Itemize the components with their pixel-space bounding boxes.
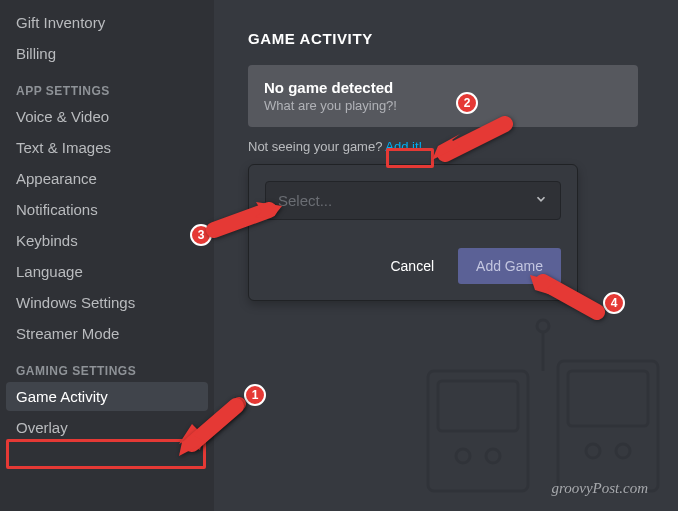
sidebar-item-game-activity[interactable]: Game Activity [6, 382, 208, 411]
svg-point-2 [456, 449, 470, 463]
sidebar-item-billing[interactable]: Billing [6, 39, 208, 68]
not-seeing-text: Not seeing your game? Add it! [248, 139, 658, 154]
add-game-button[interactable]: Add Game [458, 248, 561, 284]
game-select-dropdown[interactable]: Select... [265, 181, 561, 220]
sidebar-item-overlay[interactable]: Overlay [6, 413, 208, 442]
svg-rect-4 [558, 361, 658, 491]
page-title: GAME ACTIVITY [248, 30, 658, 47]
sidebar-item-streamer-mode[interactable]: Streamer Mode [6, 319, 208, 348]
sidebar-item-voice-video[interactable]: Voice & Video [6, 102, 208, 131]
sidebar-item-language[interactable]: Language [6, 257, 208, 286]
svg-point-6 [586, 444, 600, 458]
sidebar-item-keybinds[interactable]: Keybinds [6, 226, 208, 255]
detect-subtitle: What are you playing?! [264, 98, 622, 113]
cancel-button[interactable]: Cancel [376, 248, 448, 284]
select-placeholder: Select... [278, 192, 332, 209]
button-row: Cancel Add Game [265, 248, 561, 284]
svg-rect-5 [568, 371, 648, 426]
sidebar-header-gaming: GAMING SETTINGS [6, 350, 208, 382]
sidebar-item-text-images[interactable]: Text & Images [6, 133, 208, 162]
svg-point-3 [486, 449, 500, 463]
svg-point-7 [616, 444, 630, 458]
svg-point-9 [537, 320, 549, 332]
add-it-link[interactable]: Add it! [385, 139, 422, 154]
main-content: GAME ACTIVITY No game detected What are … [214, 0, 678, 511]
chevron-down-icon [534, 192, 548, 209]
sidebar-header-app: APP SETTINGS [6, 70, 208, 102]
svg-rect-1 [438, 381, 518, 431]
sidebar-item-appearance[interactable]: Appearance [6, 164, 208, 193]
add-game-panel: Select... Cancel Add Game [248, 164, 578, 301]
sidebar-item-gift-inventory[interactable]: Gift Inventory [6, 8, 208, 37]
watermark: groovyPost.com [551, 480, 648, 497]
sidebar-item-notifications[interactable]: Notifications [6, 195, 208, 224]
detect-title: No game detected [264, 79, 622, 96]
sidebar-item-windows-settings[interactable]: Windows Settings [6, 288, 208, 317]
no-game-detected-box: No game detected What are you playing?! [248, 65, 638, 127]
settings-sidebar: Gift Inventory Billing APP SETTINGS Voic… [0, 0, 214, 511]
svg-rect-0 [428, 371, 528, 491]
